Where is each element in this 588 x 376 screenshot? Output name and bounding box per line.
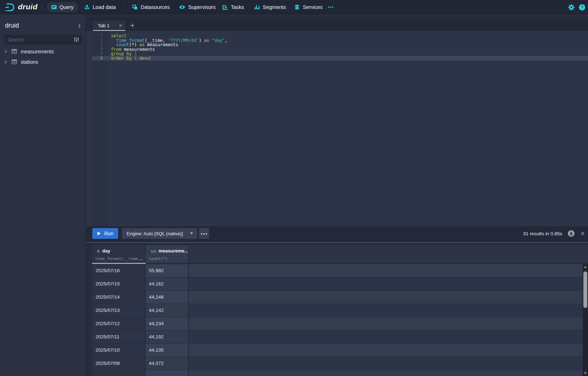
play-icon xyxy=(97,231,101,236)
number-type-icon: 123 xyxy=(151,250,156,253)
chevron-right-icon[interactable] xyxy=(3,59,9,65)
datasource-item-stations[interactable]: stations xyxy=(0,57,86,67)
console-icon xyxy=(51,4,57,10)
nav-item-services[interactable]: Services xyxy=(294,0,323,14)
nav-divider xyxy=(42,4,42,10)
nav-item-more[interactable] xyxy=(327,0,334,14)
upload-icon xyxy=(84,4,90,10)
nav-item-label: Datasources xyxy=(141,4,170,10)
nav-item-datasources[interactable]: Datasources xyxy=(132,0,170,14)
engine-select-button[interactable]: Engine: Auto [SQL (native)] xyxy=(122,228,197,239)
cell-day[interactable]: 2025/07/14 xyxy=(92,291,146,304)
druid-logo-icon[interactable] xyxy=(5,2,15,13)
scroll-down-icon[interactable] xyxy=(584,372,587,375)
svg-text:?: ? xyxy=(581,5,583,9)
double-caret-icon xyxy=(77,23,82,29)
help-icon[interactable]: ? xyxy=(579,4,585,11)
druid-logo-text[interactable]: druid xyxy=(18,3,38,11)
cell-day[interactable]: 2025/07/11 xyxy=(92,331,146,344)
nav-item-label: Services xyxy=(303,4,323,10)
cell-measurements[interactable]: 44,192 xyxy=(146,331,189,344)
nav-item-label: Segments xyxy=(263,4,286,10)
cell-measurements[interactable]: 44,135 xyxy=(146,344,189,357)
cell-measurements[interactable]: 44,072 xyxy=(146,357,189,370)
close-results-icon[interactable] xyxy=(580,231,585,236)
cell-measurements[interactable]: 44,142 xyxy=(146,304,189,317)
string-type-icon: A xyxy=(97,249,100,253)
cell-day[interactable]: 2025/07/12 xyxy=(92,317,146,331)
table-row: 2025/07/1344,142 xyxy=(92,304,588,317)
settings-gear-icon[interactable] xyxy=(568,4,575,11)
results-scrollbar[interactable] xyxy=(583,264,588,376)
scroll-up-icon[interactable] xyxy=(584,266,587,268)
scrollbar-thumb[interactable] xyxy=(583,271,587,308)
nav-item-supervisors[interactable]: Supervisors xyxy=(179,0,216,14)
column-header-measurements[interactable]: 123measureme... count(*) xyxy=(146,245,189,263)
schema-sidebar: druid measurementsstations xyxy=(0,14,86,376)
row-filler xyxy=(189,264,588,278)
nav-item-load-data[interactable]: Load data xyxy=(84,0,116,14)
schema-selector[interactable]: druid xyxy=(5,22,19,29)
tab-strip: Tab 1 xyxy=(86,17,588,31)
search-input[interactable] xyxy=(4,35,82,44)
cell-measurements[interactable]: 44,162 xyxy=(146,278,189,291)
tab-1[interactable]: Tab 1 xyxy=(93,21,125,30)
table-row: 2025/07/1544,162 xyxy=(92,278,588,291)
download-icon[interactable] xyxy=(568,230,575,237)
results-summary: 31 results in 0.85s xyxy=(523,231,562,236)
table-row: 2025/07/1655,982 xyxy=(92,264,588,278)
chevron-right-icon[interactable] xyxy=(3,49,9,54)
row-filler xyxy=(189,278,588,291)
table-row: 2025/07/1044,135 xyxy=(92,344,588,357)
cell-day[interactable]: 2025/07/15 xyxy=(92,278,146,291)
row-filler xyxy=(189,317,588,331)
table-icon xyxy=(11,59,17,64)
sql-code: select time_format(__time, 'YYYY/MM/dd')… xyxy=(111,34,227,61)
eye-icon xyxy=(179,4,185,10)
column-header-day[interactable]: Aday time_format(__time,… xyxy=(92,245,146,263)
table-row: 2025/07/1244,234 xyxy=(92,317,588,331)
search-box xyxy=(4,35,82,44)
cell-day[interactable]: 2025/07/16 xyxy=(92,264,146,278)
cell-day[interactable]: 2025/07/09 xyxy=(92,357,146,370)
nav-item-tasks[interactable]: Tasks xyxy=(222,0,244,14)
cell-measurements[interactable]: 55,982 xyxy=(146,264,189,278)
line-numbers: 123456 xyxy=(92,34,108,61)
query-more-button[interactable]: ••• xyxy=(199,228,209,239)
new-tab-button[interactable] xyxy=(129,22,136,29)
nav-item-query[interactable]: Query xyxy=(47,2,78,12)
cell-measurements[interactable]: 44,246 xyxy=(146,291,189,304)
nav-item-label: Query xyxy=(59,4,74,10)
table-row-partial xyxy=(92,370,588,376)
cell-day[interactable]: 2025/07/13 xyxy=(92,304,146,317)
table-row: 2025/07/0944,072 xyxy=(92,357,588,370)
bar-chart-icon xyxy=(254,4,260,10)
row-filler xyxy=(189,291,588,304)
top-navbar: druid QueryLoad dataDatasourcesSuperviso… xyxy=(0,0,588,14)
nav-item-label: Supervisors xyxy=(188,4,216,10)
engine-label: Engine: Auto [SQL (native)] xyxy=(127,231,183,236)
results-panel: Aday time_format(__time,… 123measureme..… xyxy=(86,243,588,376)
run-button[interactable]: Run xyxy=(92,228,118,239)
header-filler xyxy=(189,245,588,263)
table-row: 2025/07/1444,246 xyxy=(92,291,588,304)
table-icon xyxy=(11,49,17,54)
run-bar: Run Engine: Auto [SQL (native)] ••• 31 r… xyxy=(86,226,588,243)
more-icon xyxy=(327,4,334,10)
tab-close-icon[interactable] xyxy=(118,23,123,28)
run-label: Run xyxy=(104,231,113,236)
row-filler xyxy=(189,331,588,344)
header-separator xyxy=(92,263,588,264)
nav-item-label: Tasks xyxy=(231,4,244,10)
nav-item-label: Load data xyxy=(93,4,116,10)
datasource-item-measurements[interactable]: measurements xyxy=(0,46,86,57)
nav-item-segments[interactable]: Segments xyxy=(254,0,286,14)
sql-editor[interactable]: 123456 select time_format(__time, 'YYYY/… xyxy=(86,31,588,226)
datasources-icon xyxy=(132,4,138,10)
cell-day[interactable]: 2025/07/10 xyxy=(92,344,146,357)
cell-measurements[interactable]: 44,234 xyxy=(146,317,189,331)
text-cursor xyxy=(150,56,150,60)
row-filler xyxy=(189,304,588,317)
database-icon xyxy=(294,4,300,10)
filter-sliders-icon[interactable] xyxy=(73,37,79,43)
